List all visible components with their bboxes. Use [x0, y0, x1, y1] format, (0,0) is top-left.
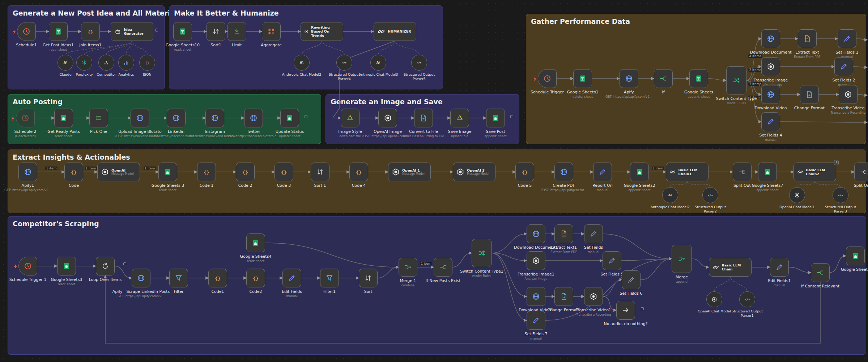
node-google-sheets5[interactable] — [846, 247, 865, 265]
node-basic-llm-chain1[interactable]: Basic LLM Chain1 — [666, 163, 709, 181]
node-acm3[interactable]: A\ — [370, 55, 386, 71]
node-claude[interactable]: A\ — [58, 55, 73, 71]
node-perplexity[interactable] — [76, 55, 92, 71]
node-apify[interactable] — [620, 69, 638, 88]
node-filter1[interactable] — [320, 269, 339, 287]
node-google-sheets7[interactable] — [758, 163, 777, 181]
node-code-4[interactable]: {} — [349, 163, 368, 181]
node-image-style[interactable] — [341, 109, 359, 127]
node-set-fields-5[interactable] — [603, 251, 621, 270]
node-aggregate[interactable] — [262, 22, 281, 41]
node-acm2[interactable]: A\ — [294, 55, 310, 71]
node-sort[interactable] — [359, 269, 378, 287]
node-ocm1[interactable] — [789, 187, 805, 203]
node-extract-text1[interactable] — [554, 224, 573, 243]
node-set-fields-1[interactable] — [838, 29, 856, 48]
connection-endpoint[interactable] — [155, 29, 158, 31]
node-sort-1[interactable] — [311, 163, 329, 181]
node-change-format[interactable] — [800, 85, 819, 104]
node-code-1[interactable]: {} — [197, 163, 216, 181]
node-update-status[interactable] — [280, 109, 299, 127]
node-edit-fields1[interactable] — [770, 258, 789, 277]
node-get-post-ideas1[interactable] — [49, 22, 68, 41]
node-code2[interactable]: {} — [246, 269, 265, 287]
node-merge-1[interactable] — [399, 258, 417, 277]
node-schedule1[interactable] — [17, 22, 36, 41]
node-no-audio[interactable] — [616, 301, 635, 320]
node-apify1[interactable] — [18, 163, 37, 181]
node-google-sheets3[interactable] — [57, 257, 76, 275]
node-merge[interactable] — [672, 245, 692, 273]
node-code-2[interactable]: {} — [236, 163, 255, 181]
node-openai-llm[interactable]: OpenAIMessage Model — [97, 163, 140, 181]
node-split-out1[interactable] — [854, 163, 868, 181]
node-openai-image[interactable] — [378, 109, 397, 127]
node-upload-image-blotato[interactable] — [131, 109, 149, 127]
node-if-content-relevant[interactable] — [811, 263, 830, 282]
node-apify-scrape[interactable] — [132, 269, 150, 287]
node-set-fields-7[interactable] — [527, 311, 545, 330]
node-sop4[interactable]: </> — [336, 55, 352, 71]
workflow-canvas[interactable]: Generate a New Post Idea and All Materia… — [0, 0, 868, 362]
node-transcribe-video1[interactable] — [584, 287, 603, 306]
node-json[interactable]: {} — [139, 55, 155, 71]
node-analytics[interactable] — [118, 55, 134, 71]
node-code-5[interactable]: {} — [515, 163, 534, 181]
node-transcribe-image1[interactable] — [527, 251, 545, 270]
node-set-fields-6[interactable] — [622, 270, 641, 289]
node-sop5[interactable]: </> — [411, 55, 427, 71]
node-code[interactable]: {} — [64, 163, 83, 181]
node-basic-llm-chain[interactable]: Basic LLM Chain — [709, 258, 752, 277]
node-openai-1[interactable]: OpenAI 1Message Model — [388, 163, 431, 181]
node-if[interactable] — [654, 69, 673, 88]
node-rewriting[interactable]: Rewriting Based On Trends — [301, 22, 343, 41]
node-download-video[interactable] — [761, 85, 780, 104]
node-google-sheets2[interactable] — [630, 163, 649, 181]
node-google-sheets1[interactable] — [573, 69, 592, 88]
node-join-items1[interactable]: {} — [81, 22, 100, 41]
node-download-video1[interactable] — [527, 287, 545, 306]
node-linkedin[interactable] — [167, 109, 186, 127]
node-google-sheets4[interactable] — [246, 233, 265, 252]
node-google-sheets10[interactable] — [173, 22, 192, 41]
node-transcribe-video[interactable] — [839, 85, 858, 104]
node-download-document[interactable] — [761, 29, 780, 48]
node-openai-3[interactable]: OpenAI 3Message Model — [453, 163, 495, 181]
node-loop-over-items[interactable] — [96, 257, 115, 275]
node-sop1[interactable]: </> — [739, 291, 755, 307]
node-schedule-trigger-1[interactable] — [18, 257, 37, 275]
node-set-fields-2[interactable] — [834, 57, 853, 76]
node-set-fields[interactable] — [584, 224, 603, 243]
node-sop3[interactable]: </> — [833, 187, 848, 203]
node-basic-llm-chain2[interactable]: Basic LLM Chain21 — [793, 163, 836, 181]
node-set-fields-4[interactable] — [761, 112, 780, 131]
node-edit-fields[interactable] — [282, 269, 301, 287]
node-create-pdf[interactable] — [554, 163, 573, 181]
node-if-new-posts-exist[interactable] — [434, 258, 452, 277]
node-schedule2[interactable] — [16, 109, 35, 127]
node-extract-text[interactable] — [798, 29, 817, 48]
connection-endpoint[interactable] — [510, 115, 513, 118]
node-schedule-trigger[interactable] — [538, 69, 557, 88]
node-google-sheets[interactable] — [689, 69, 708, 88]
node-split-out[interactable] — [733, 163, 752, 181]
node-idea-generator[interactable]: Idea Generator — [111, 22, 153, 41]
node-filter[interactable] — [169, 269, 188, 287]
node-instagram[interactable] — [205, 109, 224, 127]
node-acm7[interactable]: A\ — [662, 187, 678, 203]
node-switch-content-type1[interactable] — [472, 239, 492, 267]
node-sort1[interactable] — [207, 22, 225, 41]
node-code-3[interactable]: {} — [275, 163, 293, 181]
node-save-post[interactable] — [486, 109, 505, 127]
connection-endpoint[interactable] — [641, 307, 644, 310]
node-limit[interactable] — [227, 22, 246, 41]
connection-endpoint[interactable] — [305, 115, 307, 118]
node-google-sheets-3[interactable] — [158, 163, 177, 181]
node-ocm[interactable] — [706, 291, 722, 307]
node-download-document1[interactable] — [527, 224, 545, 243]
node-sop2[interactable]: </> — [702, 187, 718, 203]
node-twitter[interactable] — [244, 109, 263, 127]
node-convert-to-file[interactable] — [414, 109, 433, 127]
node-humanizer[interactable]: HUMANIZER — [374, 22, 416, 41]
node-switch-content-type[interactable] — [726, 66, 746, 94]
